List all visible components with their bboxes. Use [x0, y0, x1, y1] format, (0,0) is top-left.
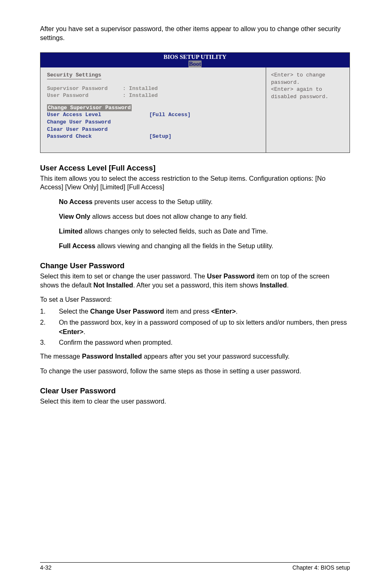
- user-access-level-label: User Access Level: [47, 111, 149, 119]
- clear-user-pw: Clear User Password: [47, 126, 259, 133]
- step-3: 3.Confirm the password when prompted.: [40, 338, 350, 347]
- cup-body-4: To change the user password, follow the …: [40, 367, 350, 376]
- ual-limited: Limited allows changes only to selected …: [40, 227, 350, 236]
- supervisor-pw-label: Supervisor Password: [47, 85, 123, 92]
- intro-text: After you have set a supervisor password…: [40, 25, 350, 43]
- clp-heading: Clear User Password: [40, 386, 350, 395]
- bios-help-text-1: <Enter> to change password.: [271, 72, 345, 86]
- bios-help-text-2: <Enter> again to disabled password.: [271, 86, 345, 100]
- change-user-pw: Change User Password: [47, 119, 259, 126]
- clp-body: Select this item to clear the user passw…: [40, 397, 350, 406]
- bios-title-line2: Boot: [188, 61, 202, 67]
- user-access-level-value: [Full Access]: [149, 111, 191, 119]
- chapter-label: Chapter 4: BIOS setup: [292, 564, 350, 571]
- password-check-label: Password Check: [47, 133, 149, 140]
- page-footer: 4-32 Chapter 4: BIOS setup: [40, 562, 350, 571]
- bios-section-title: Security Settings: [47, 72, 101, 79]
- user-pw-label: User Password: [47, 92, 123, 99]
- bios-screenshot: BIOS SETUP UTILITY Boot Security Setting…: [40, 52, 350, 153]
- step-2: 2.On the password box, key in a password…: [40, 318, 350, 336]
- ual-view-only: View Only allows access but does not all…: [40, 212, 350, 221]
- password-check-value: [Setup]: [149, 133, 172, 140]
- bios-title-bar: BIOS SETUP UTILITY Boot: [40, 53, 350, 68]
- ual-heading: User Access Level [Full Access]: [40, 164, 350, 173]
- cup-body-1: Select this item to set or change the us…: [40, 272, 350, 290]
- cup-body-3: The message Password Installed appears a…: [40, 352, 350, 361]
- step-1: 1.Select the Change User Password item a…: [40, 307, 350, 316]
- ual-full-access: Full Access allows viewing and changing …: [40, 242, 350, 251]
- bios-left-pane: Security Settings Supervisor Password : …: [40, 67, 266, 152]
- user-pw-value: : Installed: [123, 92, 158, 99]
- bios-title-line1: BIOS SETUP UTILITY: [40, 54, 350, 61]
- cup-steps: 1.Select the Change User Password item a…: [40, 307, 350, 347]
- ual-no-access: No Access prevents user access to the Se…: [40, 197, 350, 206]
- cup-body-2: To set a User Password:: [40, 295, 350, 304]
- ual-body: This item allows you to select the acces…: [40, 174, 350, 192]
- cup-heading: Change User Password: [40, 261, 350, 270]
- bios-help-pane: <Enter> to change password. <Enter> agai…: [266, 67, 350, 152]
- supervisor-pw-value: : Installed: [123, 85, 158, 92]
- change-supervisor-pw: Change Supervisor Password: [47, 104, 132, 112]
- page-number: 4-32: [40, 564, 52, 571]
